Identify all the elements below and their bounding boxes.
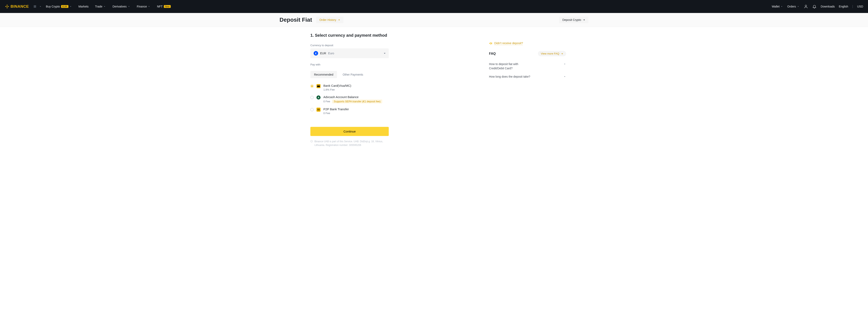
chevron-down-icon <box>780 5 783 8</box>
currency-name: Euro <box>328 52 334 55</box>
sidebar: Didn't receive deposit? FAQ View more FA… <box>489 33 566 147</box>
chevron-down-icon <box>148 5 150 8</box>
caret-down-icon <box>384 53 385 54</box>
p2p-icon <box>316 108 320 112</box>
faq-item[interactable]: How long does the deposit take? <box>489 73 566 81</box>
nav-trade[interactable]: Trade <box>93 0 108 13</box>
svg-point-0 <box>805 5 806 6</box>
disclaimer-text: Binance UAB is part of this Service. UAB… <box>314 140 389 147</box>
pay-with-label: Pay with <box>310 63 465 66</box>
card-icon <box>316 84 320 88</box>
megaphone-icon <box>489 41 493 45</box>
chevron-down-icon <box>563 63 566 66</box>
radio-selected[interactable] <box>310 84 314 88</box>
payment-fee: 0 Fee <box>323 100 330 103</box>
nav-language[interactable]: English <box>839 5 848 8</box>
button-label: Deposit Crypto <box>562 18 581 22</box>
nav-label: Finance <box>137 5 147 8</box>
nav-right: Wallet Orders Downloads English | USD <box>772 0 863 13</box>
main-content: 1. Select currency and payment method Cu… <box>275 27 593 153</box>
svg-rect-1 <box>317 85 320 87</box>
nav-label: Wallet <box>772 5 779 8</box>
tab-recommended[interactable]: Recommended <box>310 71 337 78</box>
notice-link[interactable]: Didn't receive deposit? <box>494 41 523 45</box>
nav-label: Orders <box>787 5 796 8</box>
chevron-down-icon <box>563 75 566 78</box>
payment-name: Advcash Account Balance <box>323 95 465 99</box>
bell-icon[interactable] <box>812 4 817 9</box>
faq-question: How to deposit fiat with Credit/Debit Ca… <box>489 62 530 71</box>
user-icon[interactable] <box>804 4 808 9</box>
brand-logo[interactable]: BINANCE <box>5 4 29 9</box>
arrow-right-icon <box>582 19 585 21</box>
chevron-down-icon <box>127 5 130 8</box>
payment-option-card[interactable]: Bank Card(Visa/MC) 1.8% Fee <box>310 82 465 93</box>
nav-label: NFT <box>157 5 162 8</box>
deposit-crypto-button[interactable]: Deposit Crypto <box>559 16 588 23</box>
currency-badge: EUR <box>61 5 68 8</box>
legal-disclaimer: Binance UAB is part of this Service. UAB… <box>310 140 389 147</box>
nav-label: Trade <box>95 5 102 8</box>
chevron-down-icon <box>39 5 42 8</box>
chevron-down-icon <box>103 5 106 8</box>
advcash-icon: A <box>316 96 320 100</box>
binance-logo-icon <box>5 4 9 9</box>
arrow-right-icon <box>337 19 340 21</box>
chevron-down-icon <box>797 5 800 8</box>
button-label: Order History <box>319 18 336 22</box>
faq-item[interactable]: How to deposit fiat with Credit/Debit Ca… <box>489 60 566 73</box>
payment-option-advcash[interactable]: A Advcash Account Balance 0 Fee Supports… <box>310 93 465 105</box>
payment-name: Bank Card(Visa/MC) <box>323 84 465 87</box>
payment-fee: 1.8% Fee <box>323 88 465 91</box>
nav-orders[interactable]: Orders <box>787 0 800 13</box>
nav-finance[interactable]: Finance <box>134 0 153 13</box>
nav-derivatives[interactable]: Derivatives <box>110 0 132 13</box>
new-badge: New <box>164 5 171 8</box>
info-icon <box>310 140 313 142</box>
radio-unselected[interactable] <box>310 96 314 99</box>
button-label: View more FAQ <box>541 52 559 55</box>
brand-text: BINANCE <box>10 4 29 9</box>
currency-code: EUR <box>320 52 326 55</box>
arrow-right-icon <box>560 52 563 55</box>
radio-unselected[interactable] <box>310 108 314 111</box>
order-history-button[interactable]: Order History <box>316 16 343 23</box>
payment-tabs: Recommended Other Payments <box>310 71 465 78</box>
payment-tag: Supports SEPA transfer (€1 deposit fee) <box>332 100 382 103</box>
divider: | <box>852 5 853 8</box>
nav-wallet[interactable]: Wallet <box>772 0 783 13</box>
nav-markets[interactable]: Markets <box>76 0 91 13</box>
currency-select[interactable]: € EUR Euro <box>310 48 389 58</box>
top-nav: BINANCE Buy Crypto EUR Markets Trade Der… <box>0 0 868 13</box>
nav-label: Buy Crypto <box>46 5 60 8</box>
view-more-faq-button[interactable]: View more FAQ <box>538 51 566 56</box>
euro-icon: € <box>314 51 318 56</box>
nav-currency[interactable]: USD <box>857 5 863 8</box>
svg-rect-2 <box>317 85 320 86</box>
svg-point-3 <box>317 109 318 110</box>
currency-label: Currency to deposit <box>310 44 465 47</box>
nav-label: Derivatives <box>113 5 126 8</box>
payment-fee: 0 Fee <box>323 112 465 115</box>
tab-other-payments[interactable]: Other Payments <box>339 71 367 78</box>
nav-nft[interactable]: NFT New <box>154 0 173 13</box>
deposit-notice[interactable]: Didn't receive deposit? <box>489 41 566 45</box>
step-title: 1. Select currency and payment method <box>310 33 465 38</box>
page-header: Deposit Fiat Order History Deposit Crypt… <box>0 13 868 27</box>
apps-grid-icon[interactable] <box>33 5 36 8</box>
faq-question: How long does the deposit take? <box>489 75 530 79</box>
nav-buy-crypto[interactable]: Buy Crypto EUR <box>43 0 74 13</box>
payment-option-p2p[interactable]: P2P Bank Transfer 0 Fee <box>310 105 465 117</box>
continue-button[interactable]: Continue <box>310 127 389 136</box>
nav-downloads[interactable]: Downloads <box>821 5 835 8</box>
svg-point-4 <box>319 109 319 110</box>
page-title: Deposit Fiat <box>280 16 312 23</box>
chevron-down-icon <box>69 5 72 8</box>
nav-left: BINANCE Buy Crypto EUR Markets Trade Der… <box>5 0 173 13</box>
deposit-form: 1. Select currency and payment method Cu… <box>310 33 465 147</box>
payment-name: P2P Bank Transfer <box>323 107 465 111</box>
faq-header: FAQ View more FAQ <box>489 51 566 56</box>
faq-title: FAQ <box>489 52 496 56</box>
